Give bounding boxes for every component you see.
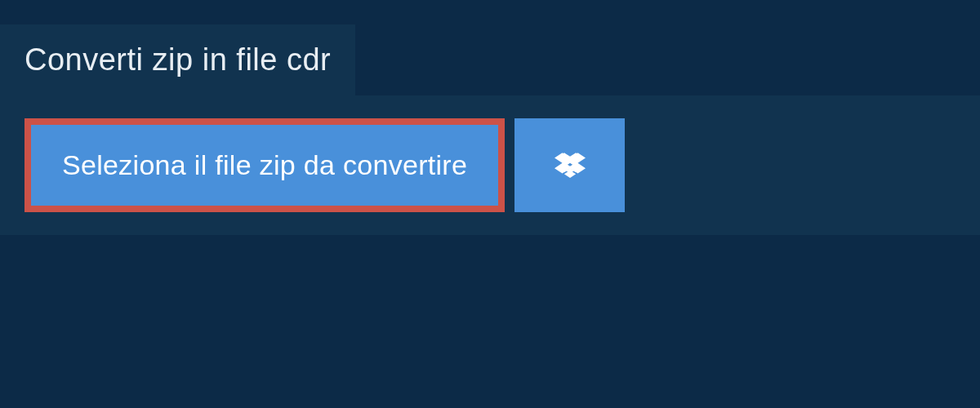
select-file-label: Seleziona il file zip da convertire [62, 149, 467, 181]
upload-panel: Seleziona il file zip da convertire [0, 95, 980, 235]
page-title: Converti zip in file cdr [24, 42, 331, 78]
select-file-button[interactable]: Seleziona il file zip da convertire [24, 118, 505, 212]
button-row: Seleziona il file zip da convertire [24, 118, 956, 212]
dropbox-button[interactable] [514, 118, 625, 212]
title-bar: Converti zip in file cdr [0, 24, 355, 95]
dropbox-icon [555, 150, 586, 181]
